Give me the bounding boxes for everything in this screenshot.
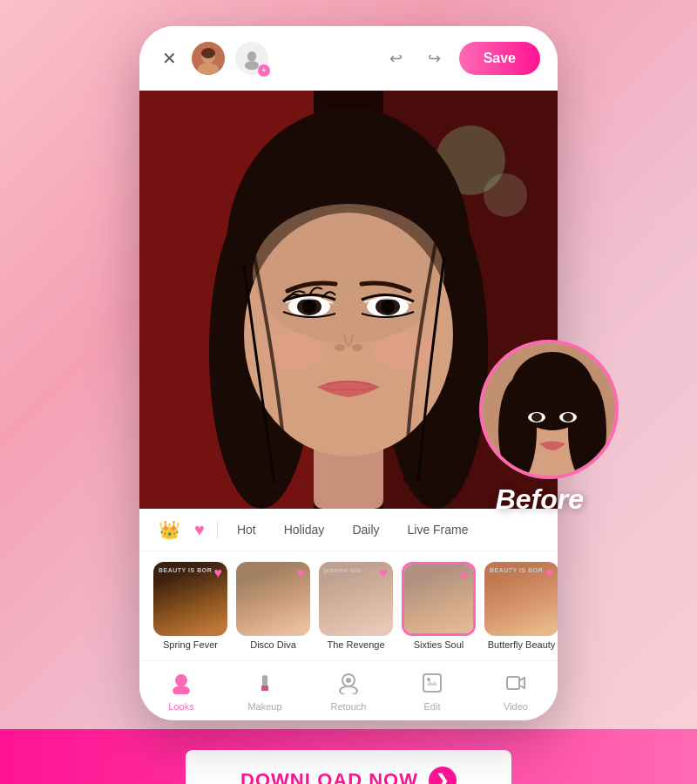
svg-rect-31 xyxy=(261,686,268,691)
before-circle xyxy=(479,340,619,479)
retouch-icon xyxy=(337,672,360,700)
bottom-nav: Looks Makeup Retouch xyxy=(139,660,558,720)
look-label: Disco Diva xyxy=(250,639,296,650)
add-face-button[interactable] xyxy=(235,42,268,75)
svg-point-2 xyxy=(201,48,215,58)
svg-point-46 xyxy=(531,413,542,422)
look-label: Sixties Soul xyxy=(414,639,464,650)
svg-point-33 xyxy=(340,686,357,694)
look-thumb-butterfly-beauty: BEAUTY IS BOR ♥ xyxy=(484,562,558,636)
svg-point-28 xyxy=(175,674,187,686)
svg-marker-38 xyxy=(519,678,524,688)
nav-retouch[interactable]: Retouch xyxy=(307,668,390,715)
nav-video[interactable]: Video xyxy=(474,668,558,715)
look-the-revenge[interactable]: jeanine lob ♥ The Revenge xyxy=(319,562,393,650)
look-heart-icon[interactable]: ♥ xyxy=(460,568,469,584)
tab-hot[interactable]: Hot xyxy=(225,512,268,547)
look-heart-icon[interactable]: ♥ xyxy=(545,565,554,581)
look-butterfly-beauty[interactable]: BEAUTY IS BOR ♥ Butterfly Beauty xyxy=(484,562,558,650)
svg-point-48 xyxy=(563,413,573,422)
look-thumb-disco-diva: ♥ xyxy=(236,562,310,636)
look-spring-fever[interactable]: BEAUTY IS BOR ♥ Spring Fever xyxy=(153,562,227,650)
svg-point-25 xyxy=(352,344,362,351)
look-heart-icon[interactable]: ♥ xyxy=(380,565,389,581)
svg-point-24 xyxy=(335,344,345,351)
download-arrow-icon: ❯ xyxy=(429,767,457,784)
svg-point-34 xyxy=(346,678,351,683)
before-face xyxy=(483,343,619,479)
svg-point-44 xyxy=(568,378,606,479)
edit-icon xyxy=(421,672,443,700)
tab-divider xyxy=(217,521,218,538)
nav-makeup-label: Makeup xyxy=(247,701,281,712)
look-top-text: BEAUTY IS BOR xyxy=(159,567,212,573)
svg-rect-37 xyxy=(507,677,519,689)
svg-rect-30 xyxy=(262,675,267,687)
svg-rect-35 xyxy=(423,674,441,692)
look-top-text: BEAUTY IS BOR xyxy=(490,567,543,573)
look-label: Spring Fever xyxy=(163,639,218,650)
tab-holiday[interactable]: Holiday xyxy=(272,512,337,547)
look-thumb-sixties-soul: ♥ xyxy=(402,562,476,636)
look-heart-icon[interactable]: ♥ xyxy=(214,565,223,581)
add-face-icon xyxy=(240,46,264,71)
nav-makeup[interactable]: Makeup xyxy=(223,668,307,715)
tab-daily[interactable]: Daily xyxy=(340,512,391,547)
video-icon xyxy=(504,672,527,700)
look-thumb-spring-fever: BEAUTY IS BOR ♥ xyxy=(153,562,227,636)
looks-row: BEAUTY IS BOR ♥ Spring Fever ♥ Disco Div… xyxy=(139,551,558,660)
download-banner: DOWNLOAD NOW ❯ xyxy=(0,729,697,784)
look-top-text: jeanine lob xyxy=(324,567,361,573)
close-button[interactable]: ✕ xyxy=(157,46,181,71)
redo-button[interactable]: ↪ xyxy=(421,44,449,72)
avatar[interactable] xyxy=(192,42,225,75)
save-button[interactable]: Save xyxy=(459,42,540,75)
nav-looks[interactable]: Looks xyxy=(139,668,223,715)
top-bar-left: ✕ xyxy=(157,42,372,75)
nav-retouch-label: Retouch xyxy=(331,701,367,712)
download-label: DOWNLOAD NOW xyxy=(240,769,418,784)
tab-live-frame[interactable]: Live Frame xyxy=(396,512,481,547)
look-heart-icon[interactable]: ♥ xyxy=(297,565,306,581)
svg-point-36 xyxy=(427,678,430,681)
svg-point-5 xyxy=(247,51,256,62)
download-button[interactable]: DOWNLOAD NOW ❯ xyxy=(186,750,511,784)
svg-point-11 xyxy=(484,173,527,217)
nav-edit[interactable]: Edit xyxy=(390,668,474,715)
svg-point-6 xyxy=(245,61,259,70)
svg-point-23 xyxy=(381,300,395,314)
svg-point-17 xyxy=(253,204,444,343)
makeup-icon xyxy=(254,672,276,700)
look-label: The Revenge xyxy=(327,639,384,650)
look-sixties-soul[interactable]: ♥ Sixties Soul xyxy=(402,562,476,650)
undo-button[interactable]: ↩ xyxy=(382,44,410,72)
avatar-icon xyxy=(192,42,225,75)
top-bar: ✕ xyxy=(139,26,558,91)
before-label: Before xyxy=(496,483,584,516)
svg-point-29 xyxy=(173,686,190,694)
look-label: Butterfly Beauty xyxy=(488,639,556,650)
looks-icon xyxy=(170,672,193,700)
crown-icon[interactable]: 👑 xyxy=(153,509,186,551)
svg-point-27 xyxy=(375,333,436,371)
look-disco-diva[interactable]: ♥ Disco Diva xyxy=(236,562,310,650)
nav-looks-label: Looks xyxy=(168,701,193,712)
nav-edit-label: Edit xyxy=(424,701,441,712)
look-thumb-the-revenge: jeanine lob ♥ xyxy=(319,562,393,636)
svg-point-20 xyxy=(302,300,316,314)
nav-video-label: Video xyxy=(504,701,528,712)
favorites-icon[interactable]: ♥ xyxy=(189,510,210,551)
